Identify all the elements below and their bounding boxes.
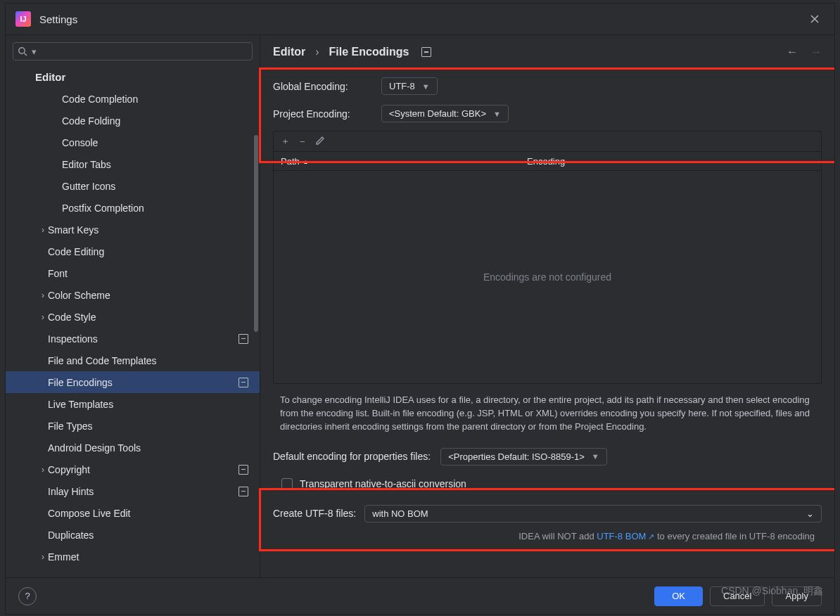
props-encoding-label: Default encoding for properties files: — [273, 451, 431, 462]
explain-text: To change encoding IntelliJ IDEA uses fo… — [260, 384, 834, 438]
tree-item-label: File Encodings — [48, 377, 113, 388]
tree-item-label: Emmet — [48, 551, 79, 563]
help-button[interactable]: ? — [18, 587, 37, 605]
col-path[interactable]: Path ▴ — [274, 156, 520, 167]
bom-note: IDEA will NOT add UTF-8 BOM ↗ to every c… — [260, 527, 834, 546]
tree-item-label: Code Editing — [48, 246, 104, 257]
tree-item[interactable]: ›Emmet — [6, 546, 260, 567]
encodings-table: ＋ − Path ▴ Encoding Encodings are not co — [273, 131, 822, 384]
tree-item-label: Code Completion — [62, 94, 138, 105]
project-encoding-select[interactable]: <System Default: GBK> ▼ — [381, 105, 509, 122]
tree-item[interactable]: Code Completion — [6, 88, 260, 110]
expander-icon: › — [38, 290, 48, 300]
tree-item[interactable]: Code Editing — [6, 240, 260, 262]
tree-item[interactable]: Font — [6, 262, 260, 284]
project-scope-icon — [238, 465, 248, 475]
ok-button[interactable]: OK — [654, 586, 703, 606]
tree-item-label: Gutter Icons — [62, 181, 115, 192]
tree-item[interactable]: ›Copyright — [6, 458, 260, 480]
remove-icon[interactable]: − — [300, 136, 305, 147]
bom-link[interactable]: UTF-8 BOM — [597, 531, 646, 541]
tree-item[interactable]: File Types — [6, 415, 260, 437]
tree-item[interactable]: Editor Tabs — [6, 153, 260, 175]
tree-item[interactable]: ›Color Scheme — [6, 284, 260, 306]
checkbox-icon[interactable] — [281, 478, 293, 489]
table-toolbar: ＋ − — [274, 131, 821, 151]
svg-point-0 — [19, 48, 25, 53]
tree-section-editor[interactable]: Editor — [6, 66, 260, 88]
external-link-icon: ↗ — [646, 532, 654, 541]
tree-item[interactable]: Compose Live Edit — [6, 502, 260, 524]
tree-item-label: Live Templates — [48, 399, 113, 410]
tree-item[interactable]: Inspections — [6, 328, 260, 349]
cancel-button[interactable]: Cancel — [710, 586, 765, 606]
tree-item-label: Inlay Hints — [48, 486, 94, 497]
tree-item[interactable]: Live Templates — [6, 393, 260, 415]
expander-icon: › — [38, 465, 48, 475]
ascii-label: Transparent native-to-ascii conversion — [300, 478, 466, 489]
search-icon — [18, 46, 27, 56]
body: ▾ Editor Code CompletionCode FoldingCons… — [6, 34, 834, 577]
tree-item[interactable]: ›Smart Keys — [6, 219, 260, 240]
search-input[interactable]: ▾ — [13, 42, 253, 60]
tree-item-label: Color Scheme — [48, 290, 110, 301]
props-encoding-select[interactable]: <Properties Default: ISO-8859-1> ▼ — [440, 448, 607, 466]
tree-item-label: File and Code Templates — [48, 355, 157, 366]
tree-item-label: Code Style — [48, 312, 96, 323]
project-scope-icon — [238, 487, 248, 496]
sort-asc-icon: ▴ — [304, 158, 307, 165]
breadcrumb-page: File Encodings — [329, 46, 409, 58]
tree-item-label: Console — [62, 137, 98, 148]
chevron-down-icon: ⌄ — [806, 508, 814, 519]
tree-item-label: Copyright — [48, 464, 90, 475]
chevron-down-icon: ▼ — [592, 452, 599, 461]
col-encoding[interactable]: Encoding — [520, 156, 821, 167]
close-icon[interactable] — [805, 9, 825, 29]
tree-item-label: File Types — [48, 421, 93, 432]
tree-item[interactable]: Console — [6, 131, 260, 153]
titlebar: IJ Settings — [6, 4, 834, 34]
chevron-down-icon: ▼ — [422, 82, 430, 91]
project-scope-icon — [238, 334, 248, 344]
ascii-checkbox-row[interactable]: Transparent native-to-ascii conversion — [260, 468, 834, 501]
global-encoding-label: Global Encoding: — [273, 81, 371, 92]
expander-icon: › — [38, 312, 48, 322]
bom-label: Create UTF-8 files: — [273, 508, 356, 519]
tree-item[interactable]: Gutter Icons — [6, 175, 260, 197]
settings-window: IJ Settings ▾ Editor Code CompletionCode… — [5, 3, 835, 615]
sidebar: ▾ Editor Code CompletionCode FoldingCons… — [6, 35, 260, 577]
project-encoding-label: Project Encoding: — [273, 108, 371, 120]
tree-item[interactable]: Android Design Tools — [6, 437, 260, 458]
nav-back-icon[interactable]: ← — [787, 46, 798, 58]
window-title: Settings — [39, 13, 77, 25]
content: Editor › File Encodings ← → Global Encod… — [260, 35, 834, 577]
add-icon[interactable]: ＋ — [281, 135, 290, 148]
tree-item-label: Font — [48, 268, 68, 279]
breadcrumb: Editor › File Encodings ← → — [260, 35, 834, 69]
tree-item-label: Inspections — [48, 333, 98, 345]
scrollbar[interactable] — [253, 65, 260, 577]
tree-item-label: Editor Tabs — [62, 159, 111, 170]
settings-tree[interactable]: Editor Code CompletionCode FoldingConsol… — [6, 65, 260, 577]
tree-item[interactable]: ›Code Style — [6, 306, 260, 328]
chevron-down-icon: ▼ — [493, 110, 501, 118]
tree-item[interactable]: File and Code Templates — [6, 349, 260, 371]
tree-item[interactable]: Code Folding — [6, 110, 260, 131]
expander-icon: › — [38, 552, 48, 562]
tree-item-label: Compose Live Edit — [48, 508, 131, 519]
global-encoding-select[interactable]: UTF-8 ▼ — [381, 77, 438, 95]
table-empty-text: Encodings are not configured — [274, 171, 821, 383]
tree-item-label: Smart Keys — [48, 224, 98, 236]
tree-item[interactable]: Inlay Hints — [6, 480, 260, 502]
tree-item[interactable]: Postfix Completion — [6, 197, 260, 219]
table-header: Path ▴ Encoding — [274, 151, 821, 171]
apply-button[interactable]: Apply — [772, 586, 822, 606]
bom-select[interactable]: with NO BOM ⌄ — [364, 505, 822, 522]
edit-icon[interactable] — [315, 136, 325, 148]
tree-item-label: Duplicates — [48, 530, 94, 541]
tree-item[interactable]: Duplicates — [6, 524, 260, 546]
dialog-footer: ? OK Cancel Apply — [6, 577, 834, 614]
tree-item-label: Android Design Tools — [48, 442, 141, 454]
tree-item[interactable]: File Encodings — [6, 371, 260, 393]
tree-item-label: Postfix Completion — [62, 203, 144, 214]
